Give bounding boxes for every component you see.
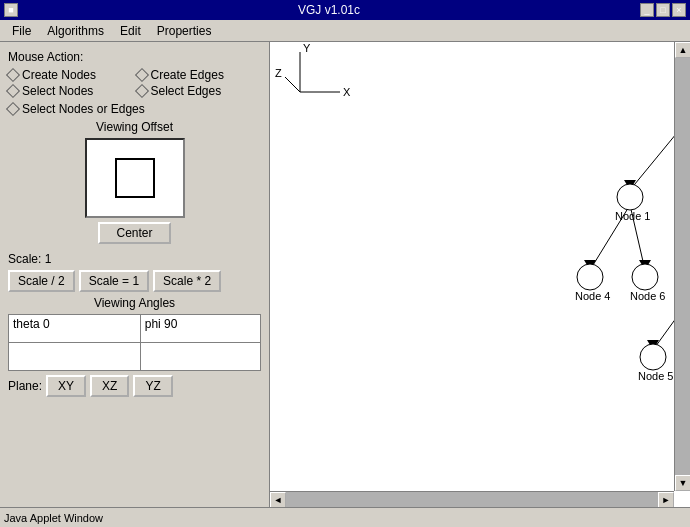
menu-edit[interactable]: Edit: [112, 22, 149, 40]
left-panel: Mouse Action: Create Nodes Create Edges …: [0, 42, 270, 507]
radio-label-select-edges: Select Edges: [151, 84, 222, 98]
plane-xz-button[interactable]: XZ: [90, 375, 129, 397]
graph-svg: Y X Z: [270, 42, 674, 491]
scale-divide-button[interactable]: Scale / 2: [8, 270, 75, 292]
radio-create-nodes[interactable]: Create Nodes: [8, 68, 133, 82]
system-menu-button[interactable]: ■: [4, 3, 18, 17]
scale-section: Scale: 1 Scale / 2 Scale = 1 Scale * 2: [8, 252, 261, 292]
scroll-left-button[interactable]: ◄: [270, 492, 286, 507]
radio-select-all[interactable]: Select Nodes or Edges: [8, 102, 261, 116]
scroll-track-vertical[interactable]: [675, 58, 690, 475]
menu-file[interactable]: File: [4, 22, 39, 40]
viewing-offset-section: Viewing Offset Center: [8, 120, 261, 244]
phi-value-cell: [140, 343, 260, 371]
center-button[interactable]: Center: [98, 222, 170, 244]
phi-cell: phi 90: [140, 315, 260, 343]
title-bar-right-controls[interactable]: _ □ ×: [640, 3, 686, 17]
maximize-button[interactable]: □: [656, 3, 670, 17]
svg-line-2: [285, 77, 300, 92]
status-bar: Java Applet Window: [0, 507, 690, 527]
radio-select-edges[interactable]: Select Edges: [137, 84, 262, 98]
radio-diamond-select-nodes: [6, 84, 20, 98]
radio-create-edges[interactable]: Create Edges: [137, 68, 262, 82]
radio-diamond-create-edges: [134, 68, 148, 82]
viewing-offset-label: Viewing Offset: [8, 120, 261, 134]
scale-multiply-button[interactable]: Scale * 2: [153, 270, 221, 292]
svg-text:Node 5: Node 5: [638, 370, 673, 382]
svg-text:Node 4: Node 4: [575, 290, 610, 302]
svg-line-6: [630, 117, 674, 190]
vertical-scrollbar[interactable]: ▲ ▼: [674, 42, 690, 491]
right-panel: Y X Z: [270, 42, 690, 507]
theta-cell: theta 0: [9, 315, 141, 343]
menu-bar: File Algorithms Edit Properties: [0, 20, 690, 42]
radio-label-select-nodes: Select Nodes: [22, 84, 93, 98]
menu-properties[interactable]: Properties: [149, 22, 220, 40]
close-button[interactable]: ×: [672, 3, 686, 17]
svg-text:Node 6: Node 6: [630, 290, 665, 302]
svg-point-32: [617, 184, 643, 210]
mouse-action-radio-group: Create Nodes Create Edges Select Nodes S…: [8, 68, 261, 98]
svg-text:Z: Z: [275, 67, 282, 79]
scroll-down-button[interactable]: ▼: [675, 475, 690, 491]
radio-select-nodes[interactable]: Select Nodes: [8, 84, 133, 98]
theta-value-cell: [9, 343, 141, 371]
title-bar-left-controls[interactable]: ■: [4, 3, 18, 17]
main-content: Mouse Action: Create Nodes Create Edges …: [0, 42, 690, 507]
svg-point-40: [632, 264, 658, 290]
radio-label-create-edges: Create Edges: [151, 68, 224, 82]
scroll-right-button[interactable]: ►: [658, 492, 674, 507]
plane-xy-button[interactable]: XY: [46, 375, 86, 397]
viewing-angles-section: Viewing Angles theta 0 phi 90 Plane: XY …: [8, 296, 261, 397]
mouse-action-label: Mouse Action:: [8, 50, 261, 64]
plane-label: Plane:: [8, 379, 42, 393]
svg-text:X: X: [343, 86, 351, 98]
scale-buttons: Scale / 2 Scale = 1 Scale * 2: [8, 270, 261, 292]
plane-yz-button[interactable]: YZ: [133, 375, 172, 397]
viewing-angles-label: Viewing Angles: [8, 296, 261, 310]
radio-diamond-select-edges: [134, 84, 148, 98]
svg-text:Node 1: Node 1: [615, 210, 650, 222]
svg-point-38: [577, 264, 603, 290]
scale-label: Scale: 1: [8, 252, 261, 266]
scroll-track-horizontal[interactable]: [286, 492, 658, 507]
offset-box: [85, 138, 185, 218]
angles-table: theta 0 phi 90: [8, 314, 261, 371]
title-bar: ■ VGJ v1.01c _ □ ×: [0, 0, 690, 20]
horizontal-scrollbar[interactable]: ◄ ►: [270, 491, 674, 507]
svg-point-48: [640, 344, 666, 370]
scale-equal-button[interactable]: Scale = 1: [79, 270, 149, 292]
offset-inner-box: [115, 158, 155, 198]
scroll-up-button[interactable]: ▲: [675, 42, 690, 58]
radio-label-select-all: Select Nodes or Edges: [22, 102, 145, 116]
plane-section: Plane: XY XZ YZ: [8, 375, 261, 397]
radio-diamond-create-nodes: [6, 68, 20, 82]
window-title: VGJ v1.01c: [18, 3, 640, 17]
minimize-button[interactable]: _: [640, 3, 654, 17]
status-text: Java Applet Window: [4, 512, 103, 524]
svg-text:Y: Y: [303, 42, 311, 54]
menu-algorithms[interactable]: Algorithms: [39, 22, 112, 40]
canvas-area[interactable]: Y X Z: [270, 42, 674, 491]
radio-label-create-nodes: Create Nodes: [22, 68, 96, 82]
radio-diamond-select-all: [6, 102, 20, 116]
